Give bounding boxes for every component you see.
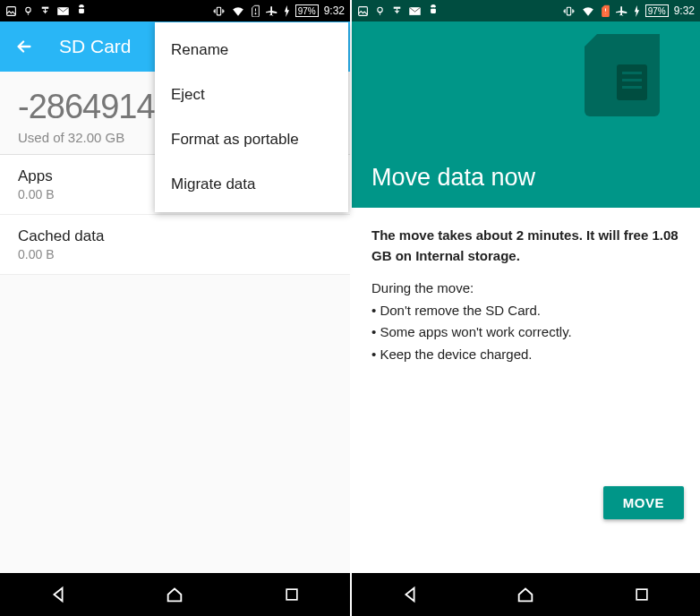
image-icon <box>357 5 369 17</box>
nav-back-button[interactable] <box>46 582 71 607</box>
nav-back-button[interactable] <box>397 582 423 607</box>
nav-recents-button[interactable] <box>629 582 654 607</box>
phone-right: 97% 9:32 Move data now The move takes ab… <box>350 0 700 616</box>
phone-left: 97% 9:32 SD Card -2864914 Used of 32.00 … <box>0 0 350 616</box>
charging-icon <box>284 5 290 17</box>
list-item-title: Cached data <box>18 227 332 245</box>
lightbulb-icon <box>374 5 386 17</box>
during-label: During the move: <box>371 278 680 299</box>
svg-rect-18 <box>622 72 642 74</box>
svg-rect-0 <box>7 6 16 15</box>
menu-item-migrate[interactable]: Migrate data <box>155 162 348 207</box>
sdcard-icon <box>585 34 660 116</box>
clock: 9:32 <box>324 4 345 17</box>
airplane-icon <box>266 4 278 17</box>
move-summary: The move takes about 2 minutes. It will … <box>371 226 680 266</box>
svg-point-1 <box>26 7 30 12</box>
main-content: Move data now The move takes about 2 min… <box>352 21 700 573</box>
image-icon <box>5 5 17 17</box>
hero-title: Move data now <box>371 164 680 192</box>
mail-icon <box>408 5 422 17</box>
no-sim-icon <box>251 4 260 17</box>
battery-indicator: 97% <box>295 4 319 17</box>
mail-icon <box>56 5 70 17</box>
menu-item-rename[interactable]: Rename <box>155 28 348 73</box>
overflow-menu: Rename Eject Format as portable Migrate … <box>155 22 348 212</box>
wifi-icon <box>581 5 595 17</box>
wifi-icon <box>231 5 245 17</box>
vibrate-icon <box>212 5 226 17</box>
bullet-item: • Keep the device charged. <box>371 345 680 365</box>
page-title: SD Card <box>59 36 132 57</box>
nav-home-button[interactable] <box>162 582 187 607</box>
back-icon[interactable] <box>14 37 34 56</box>
airplane-icon <box>616 4 628 17</box>
battery-indicator: 97% <box>645 4 669 17</box>
list-item-value: 0.00 B <box>18 247 332 261</box>
nav-recents-button[interactable] <box>279 582 304 607</box>
bullet-item: • Don't remove the SD Card. <box>371 301 680 321</box>
hero-panel: Move data now <box>352 21 700 208</box>
clock: 9:32 <box>674 4 695 17</box>
download-icon <box>39 5 51 17</box>
charging-icon <box>634 5 640 17</box>
nav-home-button[interactable] <box>513 582 538 607</box>
android-icon <box>427 4 440 17</box>
status-bar: 97% 9:32 <box>352 0 700 21</box>
svg-rect-8 <box>286 589 297 600</box>
navigation-bar <box>352 573 700 616</box>
svg-rect-20 <box>622 86 642 89</box>
svg-rect-12 <box>431 9 436 13</box>
svg-point-7 <box>254 13 255 14</box>
svg-point-10 <box>378 7 382 12</box>
lightbulb-icon <box>22 5 34 17</box>
download-icon <box>391 5 403 17</box>
menu-item-eject[interactable]: Eject <box>155 73 348 117</box>
body-text: The move takes about 2 minutes. It will … <box>352 208 700 382</box>
android-icon <box>75 4 88 17</box>
footer-actions: MOVE <box>603 486 684 519</box>
navigation-bar <box>0 573 350 616</box>
list-item-cached[interactable]: Cached data 0.00 B <box>0 215 350 275</box>
vibrate-icon <box>562 5 576 17</box>
svg-rect-17 <box>617 64 647 100</box>
move-button[interactable]: MOVE <box>603 486 684 519</box>
status-bar: 97% 9:32 <box>0 0 350 21</box>
svg-rect-6 <box>217 7 220 15</box>
svg-rect-19 <box>622 79 642 81</box>
svg-rect-15 <box>567 7 570 15</box>
bullet-item: • Some apps won't work correctly. <box>371 322 680 343</box>
no-sim-icon <box>601 4 610 17</box>
svg-rect-9 <box>359 6 368 15</box>
menu-item-format[interactable]: Format as portable <box>155 117 348 162</box>
svg-point-16 <box>604 13 605 14</box>
svg-rect-3 <box>79 9 84 13</box>
svg-rect-21 <box>636 589 647 600</box>
